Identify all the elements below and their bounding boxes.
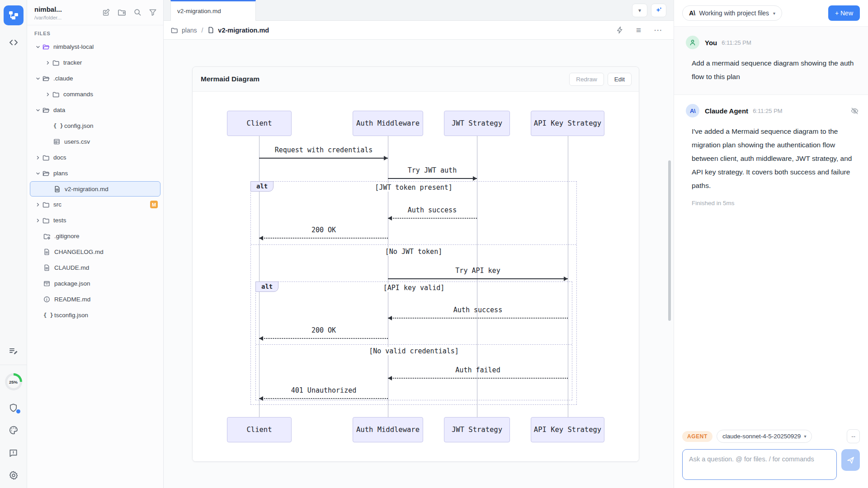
agent-message: A\ Claude Agent 6:11:25 PM I've added a …	[674, 95, 868, 217]
chat-panel: A\ Working with project files ▾ + New Yo…	[674, 0, 868, 488]
filter-icon[interactable]	[149, 8, 157, 20]
send-icon	[846, 456, 855, 465]
tree-item-tracker[interactable]: tracker	[27, 55, 163, 70]
tree-item-readme-md[interactable]: README.md	[27, 291, 163, 307]
vertical-scrollbar[interactable]	[668, 160, 671, 321]
security-shield-icon[interactable]	[8, 402, 19, 413]
tree-item-gitignore[interactable]: .gitignore	[27, 228, 163, 244]
left-rail: 25%	[0, 0, 27, 488]
message-arrow	[388, 278, 568, 279]
folder-icon	[52, 59, 63, 66]
editor-content: Mermaid Diagram Redraw Edit Client Auth …	[164, 40, 674, 488]
hide-message-icon[interactable]	[850, 107, 859, 115]
tree-item-docs[interactable]: docs	[27, 150, 163, 165]
folder-settings-icon	[43, 233, 54, 240]
new-chat-button[interactable]: + New	[828, 5, 860, 21]
message-status: Finished in 5ms	[692, 200, 859, 206]
folder-open-icon	[42, 75, 53, 82]
message-label: Auth success	[453, 306, 502, 314]
chat-input[interactable]	[682, 449, 837, 480]
app-window: 25% nimbal... /var/folder...	[0, 0, 868, 488]
feedback-icon[interactable]	[8, 447, 19, 458]
tree-item-tests[interactable]: tests	[27, 212, 163, 228]
model-selector[interactable]: claude-sonnet-4-5-20250929 ▾	[717, 430, 812, 443]
arrowhead	[564, 277, 568, 281]
tree-item-tsconfig-json[interactable]: { } tsconfig.json	[27, 307, 163, 323]
message-author: You	[705, 39, 717, 47]
notes-edit-icon[interactable]	[8, 346, 19, 357]
message-label: Auth success	[408, 206, 457, 214]
user-message: You 6:11:25 PM Add a mermaid sequence di…	[674, 27, 868, 95]
breadcrumb-folder[interactable]: plans	[182, 27, 197, 34]
tree-item-label: tracker	[63, 59, 82, 66]
tree-item-v2-migration-md[interactable]: v2-migration.md	[30, 181, 160, 197]
theme-palette-icon[interactable]	[8, 425, 19, 436]
project-header: nimbal... /var/folder...	[27, 0, 163, 25]
context-selector-button[interactable]: A\ Working with project files ▾	[682, 5, 782, 21]
ai-format-icon[interactable]	[616, 26, 623, 34]
search-icon[interactable]	[133, 8, 142, 20]
tree-item-users-csv[interactable]: users.csv	[27, 134, 163, 150]
message-arrow	[388, 318, 568, 319]
more-options-icon[interactable]: ⋯	[654, 25, 663, 35]
tab-v2-migration-md[interactable]: v2-migration.md	[170, 0, 256, 21]
git-modified-badge: M	[150, 201, 158, 208]
folder-icon	[171, 27, 178, 34]
chevron-down-icon	[33, 171, 42, 176]
tree-item-claude-md[interactable]: CLAUDE.md	[27, 260, 163, 276]
actor-client-bottom: Client	[227, 417, 292, 442]
flow-tree-icon	[8, 9, 19, 21]
message-time: 6:11:25 PM	[753, 108, 783, 114]
actor-client: Client	[227, 111, 292, 136]
tree-item-claude[interactable]: .claude	[27, 70, 163, 86]
breadcrumb-file: v2-migration.md	[218, 27, 269, 34]
new-file-icon[interactable]	[102, 8, 110, 20]
chevron-down-icon: ▾	[804, 434, 806, 439]
send-button[interactable]	[841, 449, 860, 471]
tree-item-package-json[interactable]: package.json	[27, 276, 163, 291]
outline-menu-icon[interactable]: ≡	[636, 25, 641, 35]
tree-item-label: config.json	[64, 122, 94, 129]
folder-open-icon	[42, 107, 53, 114]
tree-item-data[interactable]: data	[27, 102, 163, 118]
composer-more-button[interactable]: --	[847, 429, 860, 443]
tree-item-label: v2-migration.md	[65, 186, 108, 192]
user-avatar	[686, 36, 699, 49]
tree-item-label: commands	[63, 91, 93, 98]
message-arrow	[388, 218, 477, 219]
json-braces-icon: { }	[43, 312, 54, 319]
usage-progress-ring[interactable]: 25%	[5, 373, 22, 390]
tree-item-src[interactable]: src M	[27, 197, 163, 212]
tree-item-commands[interactable]: commands	[27, 86, 163, 102]
settings-gear-icon[interactable]	[8, 470, 19, 481]
tree-item-nimbalyst-local[interactable]: nimbalyst-local	[27, 39, 163, 55]
tab-label: v2-migration.md	[177, 8, 221, 14]
context-label: Working with project files	[699, 9, 769, 17]
chevron-right-icon	[33, 155, 42, 160]
folder-icon	[52, 91, 63, 98]
tree-item-label: CLAUDE.md	[54, 264, 89, 271]
tree-item-label: data	[53, 107, 65, 113]
alt-frame-api-key: alt [API key valid] [No valid credential…	[255, 282, 572, 400]
code-view-icon[interactable]	[8, 37, 19, 48]
app-logo[interactable]	[4, 5, 24, 25]
edit-button[interactable]: Edit	[608, 73, 632, 86]
arrowhead	[384, 156, 388, 160]
message-text: Add a mermaid sequence diagram showing t…	[692, 56, 859, 84]
tree-item-plans[interactable]: plans	[27, 165, 163, 181]
tree-item-label: nimbalyst-local	[53, 43, 94, 50]
files-section-label: FILES	[27, 25, 163, 39]
tree-item-changelog-md[interactable]: CHANGELOG.md	[27, 244, 163, 260]
redraw-button[interactable]: Redraw	[569, 73, 604, 86]
breadcrumb-separator: /	[201, 27, 203, 34]
tab-list-dropdown-button[interactable]: ▾	[632, 4, 647, 17]
claude-avatar: A\	[686, 104, 699, 117]
message-label: Request with credentials	[275, 146, 373, 154]
new-folder-icon[interactable]	[118, 8, 126, 20]
tree-item-config-json[interactable]: { } config.json	[27, 118, 163, 134]
package-box-icon	[43, 280, 54, 287]
project-path: /var/folder...	[34, 15, 62, 20]
new-tab-sparkle-button[interactable]	[651, 4, 666, 17]
breadcrumb: plans / v2-migration.md	[171, 27, 269, 34]
tree-item-label: users.csv	[64, 138, 90, 145]
